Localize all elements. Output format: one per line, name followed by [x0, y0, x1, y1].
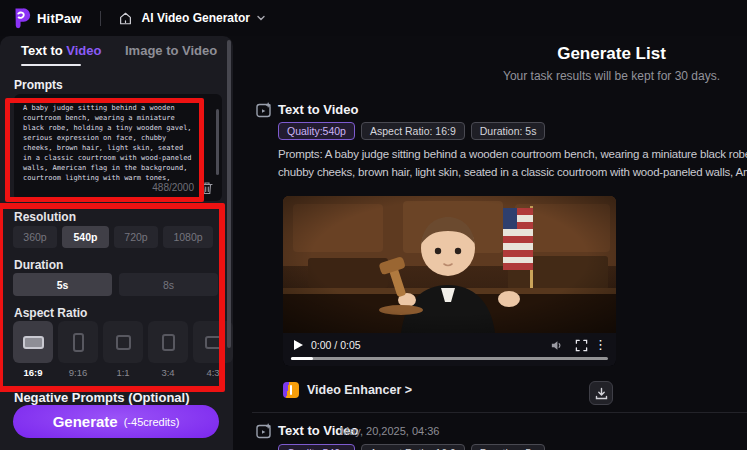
app-selector[interactable]: AI Video Generator — [142, 11, 250, 25]
progress-bar[interactable] — [291, 357, 608, 360]
player-controls: 0:00 / 0:05 ⋮ — [283, 333, 616, 366]
prompts-label: Prompts — [14, 78, 63, 92]
generate-list-panel: Generate List Your task results will be … — [233, 36, 747, 450]
video-enhancer-icon — [283, 382, 299, 398]
playback-time: 0:00 / 0:05 — [311, 339, 361, 351]
aspect-ratio-badge: Aspect Ratio: 16:9 — [361, 444, 465, 450]
card-timestamp: May, 20,2025, 04:36 — [340, 425, 439, 437]
quality-badge: Quality:540p — [278, 444, 355, 450]
card-divider — [252, 412, 747, 413]
quality-badge: Quality:540p — [278, 122, 355, 140]
video-preview — [283, 196, 616, 333]
text-to-video-icon — [256, 102, 273, 119]
generate-button-label: Generate — [53, 413, 118, 430]
tab-text-to-video-label: Text to — [21, 43, 66, 58]
video-enhancer-label: Video Enhancer > — [307, 383, 412, 397]
brand-name: HitPaw — [37, 11, 82, 26]
volume-icon[interactable] — [550, 339, 563, 352]
duration-badge: Duration: 5s — [471, 122, 546, 140]
duration-badge: Duration: 5s — [471, 444, 546, 450]
mode-tabs: Text to Video Image to Video — [0, 36, 233, 68]
card-prompt-line-1: Prompts: A baby judge sitting behind a w… — [278, 148, 747, 160]
text-to-video-icon — [256, 423, 273, 440]
page-title: Generate List — [233, 44, 747, 64]
top-bar: HitPaw AI Video Generator — [0, 0, 747, 36]
tab-text-to-video[interactable]: Text to Video — [21, 43, 101, 58]
card-badges: Quality:540p Aspect Ratio: 16:9 Duration… — [278, 444, 545, 450]
chevron-down-icon[interactable] — [256, 13, 266, 23]
video-player[interactable]: 0:00 / 0:05 ⋮ — [283, 196, 616, 366]
aspect-ratio-badge: Aspect Ratio: 16:9 — [361, 122, 465, 140]
play-icon[interactable] — [294, 340, 303, 350]
fullscreen-icon[interactable] — [575, 339, 588, 352]
textarea-scrollbar[interactable] — [216, 109, 219, 175]
active-tab-underline — [21, 64, 81, 66]
home-icon[interactable] — [118, 11, 133, 26]
more-options-icon[interactable]: ⋮ — [594, 337, 607, 353]
download-button[interactable] — [589, 381, 613, 405]
annotation-box-settings — [0, 203, 225, 392]
sidebar-panel: Text to Video Image to Video Prompts A b… — [0, 36, 233, 450]
card-prompt-line-2: chubby cheeks, brown hair, light skin, s… — [278, 166, 747, 178]
card-badges: Quality:540p Aspect Ratio: 16:9 Duration… — [278, 122, 545, 140]
page-subtitle: Your task results will be kept for 30 da… — [233, 69, 747, 83]
video-enhancer-link[interactable]: Video Enhancer > — [283, 382, 412, 398]
negative-prompts-label: Negative Prompts (Optional) — [14, 390, 190, 405]
annotation-box-prompts — [5, 98, 204, 202]
download-icon — [595, 387, 608, 400]
sidebar-scrollbar[interactable] — [227, 40, 231, 348]
topbar-divider — [100, 11, 101, 26]
tab-image-to-video[interactable]: Image to Video — [125, 43, 217, 58]
generate-credits-label: (-45credits) — [124, 416, 180, 428]
tab-text-to-video-highlight: Video — [66, 43, 101, 58]
hitpaw-logo — [10, 7, 32, 29]
card-title: Text to Video — [278, 102, 358, 117]
generate-button[interactable]: Generate (-45credits) — [13, 405, 219, 438]
progress-played — [291, 357, 313, 360]
